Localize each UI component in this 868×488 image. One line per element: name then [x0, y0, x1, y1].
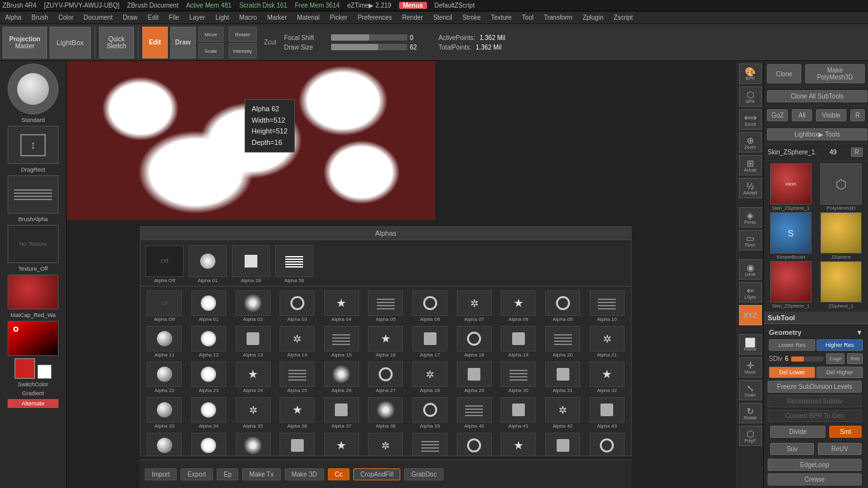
alpha-item-37[interactable]: Alpha 37: [320, 396, 363, 430]
alpha-item-34[interactable]: Alpha 34: [187, 396, 231, 430]
default-zscript[interactable]: DefaultZScript: [435, 2, 475, 9]
crop-fill-button[interactable]: CropAndFill: [353, 468, 400, 480]
zoom-button[interactable]: ⊕ Zoom: [739, 132, 762, 152]
alpha-item-8[interactable]: ★Alpha 08: [497, 289, 540, 323]
menu-stroke[interactable]: Stroke: [460, 14, 484, 21]
alpha-item-5[interactable]: Alpha 05: [364, 289, 407, 323]
menu-file[interactable]: File: [166, 14, 182, 21]
lightbox-tools-button[interactable]: Lightbox▶ Tools: [767, 128, 867, 140]
alpha-item-42[interactable]: ✲Alpha 42: [541, 396, 585, 430]
make-3d-button[interactable]: Make 3D: [285, 468, 324, 480]
main-color-swatch[interactable]: [15, 358, 35, 379]
alpha-item-46[interactable]: Alpha 46: [231, 431, 275, 456]
clone-all-button[interactable]: Clone All SubTools: [767, 90, 867, 102]
drag-rect-preview[interactable]: ↕: [8, 126, 58, 164]
menus-button[interactable]: Menus: [399, 2, 427, 9]
smt-button[interactable]: Smt: [829, 426, 862, 438]
xyz-button[interactable]: XYZ: [739, 305, 762, 325]
alpha-item-28-top[interactable]: Alpha 28: [231, 244, 271, 285]
higher-res-button[interactable]: Higher Res: [817, 339, 863, 351]
alpha-item-48[interactable]: ★Alpha 48: [320, 431, 363, 456]
alpha-item-47[interactable]: Alpha 47: [276, 431, 319, 456]
local-button[interactable]: ◉ Local: [739, 259, 762, 280]
alpha-item-30[interactable]: Alpha 30: [497, 360, 540, 395]
visible-button[interactable]: Visible: [816, 109, 847, 121]
bpr-button[interactable]: 🎨 BPR: [739, 64, 762, 84]
quick-sketch-button[interactable]: Quick Sketch: [99, 27, 134, 58]
alpha-item-35[interactable]: ✲Alpha 35: [231, 396, 275, 430]
alpha-item-6[interactable]: Alpha 06: [409, 289, 452, 323]
alpha-item-19[interactable]: Alpha 19: [497, 325, 540, 359]
menu-zscript[interactable]: Zscript: [611, 14, 635, 21]
menu-picker[interactable]: Picker: [327, 14, 350, 21]
alpha-item-33[interactable]: Alpha 33: [143, 396, 186, 430]
alpha-item-45[interactable]: Alpha 45: [187, 431, 231, 456]
del-lower-button[interactable]: Del Lower: [769, 367, 815, 378]
alpha-item-43[interactable]: Alpha 43: [585, 396, 628, 430]
alpha-item-14[interactable]: ✲Alpha 14: [276, 325, 319, 359]
alpha-item-12[interactable]: Alpha 12: [187, 325, 231, 359]
menu-draw[interactable]: Draw: [120, 14, 140, 21]
alpha-item-15[interactable]: Alpha 15: [320, 325, 363, 359]
alpha-item-28[interactable]: ✲Alpha 28: [409, 360, 452, 395]
alpha-item-10[interactable]: Alpha 10: [585, 289, 628, 323]
menu-edit[interactable]: Edit: [146, 14, 161, 21]
alpha-item-21[interactable]: ✲Alpha 21: [585, 325, 628, 359]
alpha-item-13[interactable]: Alpha 13: [231, 325, 275, 359]
scroll-button[interactable]: ⟺ Scroll: [739, 109, 762, 130]
alpha-item-36[interactable]: ★Alpha 36: [276, 396, 319, 430]
alpha-item-3[interactable]: Alpha 03: [276, 289, 319, 323]
actual-button[interactable]: ⊞ Actual: [739, 155, 762, 175]
alpha-item-52[interactable]: ★Alpha 52: [497, 431, 540, 456]
goz-button[interactable]: GoZ: [767, 109, 788, 121]
alpha-item-4[interactable]: ★Alpha 04: [320, 289, 363, 323]
alpha-item-38[interactable]: Alpha 38: [364, 396, 407, 430]
alpha-item-17[interactable]: Alpha 17: [409, 325, 452, 359]
alpha-item-24[interactable]: ★Alpha 24: [231, 360, 275, 395]
alpha-item-40[interactable]: Alpha 40: [452, 396, 496, 430]
switch-color-label[interactable]: SwitchColor: [18, 381, 48, 388]
menu-macro[interactable]: Macro: [237, 14, 260, 21]
import-button[interactable]: Import: [145, 468, 177, 480]
lightbox-button[interactable]: LightBox: [50, 27, 91, 58]
convert-bpr-button[interactable]: Convert BPR To Geo: [768, 410, 862, 422]
alpha-item-11[interactable]: Alpha 11: [143, 325, 186, 359]
alpha-item-53[interactable]: Alpha 53: [541, 431, 585, 456]
alpha-item-22[interactable]: Alpha 22: [143, 360, 186, 395]
rstr-button[interactable]: Rstr: [847, 353, 863, 364]
menu-brush[interactable]: Brush: [29, 14, 51, 21]
alpha-item-1[interactable]: Alpha 01: [187, 289, 231, 323]
brush-alpha-preview[interactable]: [8, 175, 58, 214]
del-higher-button[interactable]: Del Higher: [817, 367, 863, 378]
polyf-button[interactable]: ⬡ PolyF: [739, 426, 762, 446]
alpha-item-44[interactable]: Alpha 44: [143, 431, 186, 456]
sdiv-slider[interactable]: [791, 356, 824, 362]
alpha-item-39[interactable]: Alpha 39: [409, 396, 452, 430]
scale-nav-button[interactable]: ⤡ Scale: [739, 380, 762, 400]
freeze-button[interactable]: Freeze SubDivision Levels: [768, 381, 862, 393]
menu-layer[interactable]: Layer: [187, 14, 208, 21]
clone-button[interactable]: Clone: [767, 64, 801, 83]
alpha-item-off-top[interactable]: Off Alpha Off: [144, 244, 185, 285]
alpha-item-27[interactable]: Alpha 27: [364, 360, 407, 395]
menu-texture[interactable]: Texture: [489, 14, 515, 21]
alpha-item-41[interactable]: Alpha 41: [497, 396, 540, 430]
crease-button[interactable]: Crease: [768, 473, 862, 485]
alpha-item-20[interactable]: Alpha 20: [541, 325, 585, 359]
draw-size-slider[interactable]: [331, 44, 407, 50]
projection-master-button[interactable]: Projection Master: [3, 27, 47, 58]
texture-preview[interactable]: No Texture: [8, 225, 58, 263]
menu-marker[interactable]: Marker: [264, 14, 289, 21]
aahalf-button[interactable]: ½ AAHalf: [739, 178, 762, 198]
menu-transform[interactable]: Transform: [541, 14, 575, 21]
menu-zplugin[interactable]: Zplugin: [580, 14, 606, 21]
thumb-zsphere1[interactable]: ZSphere_1: [817, 261, 865, 309]
edgeloop-button[interactable]: EdgeLoop: [768, 459, 862, 471]
geometry-title[interactable]: Geometry ▼: [766, 327, 865, 338]
brush-preview[interactable]: [8, 64, 58, 114]
export-button[interactable]: Export: [180, 468, 213, 480]
frame-button[interactable]: ⬜ Frame: [739, 334, 762, 355]
lsym-button[interactable]: ⇐ LSym: [739, 282, 762, 302]
scale-button[interactable]: Scale: [198, 43, 224, 58]
cage-button[interactable]: Cage: [826, 353, 844, 364]
